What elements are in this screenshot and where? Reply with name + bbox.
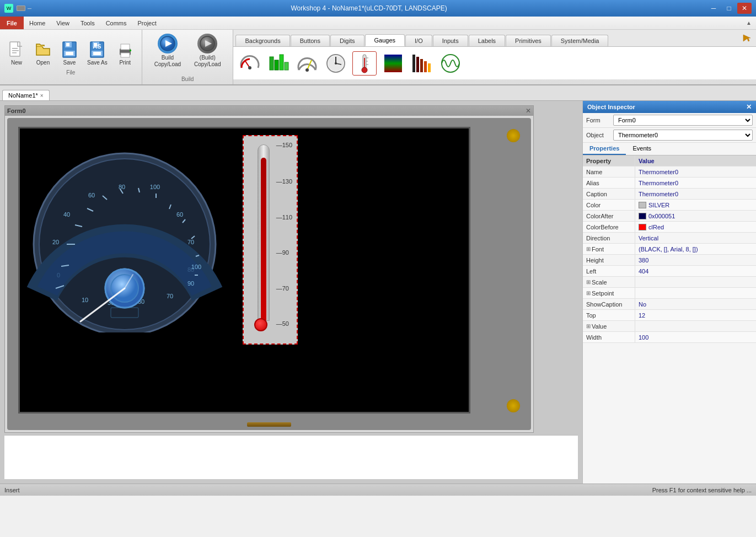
inspector-tab-events[interactable]: Events	[626, 143, 658, 155]
prop-value-height[interactable]: 380	[635, 255, 756, 265]
svg-rect-41	[412, 55, 415, 72]
prop-row-width: Width 100	[583, 332, 756, 343]
menu-comms[interactable]: Comms	[100, 17, 132, 29]
save-button[interactable]: Save	[57, 39, 82, 67]
ribbon-wave[interactable]	[438, 51, 463, 76]
inspector-object-row: Object Thermometer0	[583, 128, 756, 143]
svg-rect-43	[420, 59, 423, 72]
svg-rect-0	[10, 42, 20, 56]
prop-row-font: ⊞ Font (BLACK, [], Arial, 8, [])	[583, 244, 756, 255]
prop-value-name[interactable]: Thermometer0	[635, 167, 756, 177]
build2-button[interactable]: (Build)Copy/Load	[191, 32, 224, 69]
menu-project[interactable]: Project	[132, 17, 162, 29]
tab-io[interactable]: I/O	[405, 35, 432, 46]
setpoint-expand-icon[interactable]: ⊞	[586, 290, 591, 296]
tab-close-button[interactable]: ×	[40, 93, 44, 99]
prop-value-showcaption[interactable]: No	[635, 299, 756, 309]
close-button[interactable]: ✕	[737, 3, 752, 14]
inspector-title: Object Inspector	[587, 104, 635, 110]
prop-value-value[interactable]	[635, 321, 756, 331]
prop-value-caption[interactable]: Thermometer0	[635, 189, 756, 199]
prop-value-left[interactable]: 404	[635, 266, 756, 276]
ribbon-colorbar[interactable]	[381, 51, 405, 76]
ribbon-thermometer[interactable]	[352, 51, 377, 76]
inspector-close-btn[interactable]: ✕	[746, 103, 752, 111]
build-label: BuildCopy/Load	[154, 55, 181, 68]
prop-value-direction[interactable]: Vertical	[635, 233, 756, 243]
svg-rect-24	[275, 60, 278, 70]
build-button[interactable]: BuildCopy/Load	[151, 32, 184, 69]
tab-primitives[interactable]: Primitives	[506, 35, 551, 46]
form-close-btn[interactable]: ✕	[526, 107, 531, 115]
thermometer-widget[interactable]: —150 —130 —110 —90 —70 —50	[243, 135, 298, 345]
new-icon	[8, 41, 25, 58]
menu-tools[interactable]: Tools	[75, 17, 100, 29]
prop-row-top: Top 12	[583, 310, 756, 321]
tab-systemmedia[interactable]: System/Media	[551, 35, 609, 46]
font-expand-icon[interactable]: ⊞	[586, 246, 591, 252]
open-button[interactable]: Open	[31, 39, 55, 67]
svg-text:100: 100	[191, 264, 201, 270]
tab-labels[interactable]: Labels	[469, 35, 505, 46]
prop-value-width[interactable]: 100	[635, 332, 756, 342]
svg-rect-13	[93, 52, 101, 55]
tab-inputs[interactable]: Inputs	[433, 35, 468, 46]
scale-expand-icon[interactable]: ⊞	[586, 279, 591, 285]
screen-inner[interactable]: 0 20 40 60 80 100 60 70 80	[18, 127, 470, 414]
prop-value-font[interactable]: (BLACK, [], Arial, 8, [])	[635, 244, 756, 254]
menu-home[interactable]: Home	[24, 17, 51, 29]
prop-name-name: Name	[583, 167, 635, 177]
prop-value-color[interactable]: SILVER	[635, 200, 756, 210]
prop-value-scale[interactable]	[635, 277, 756, 287]
tab-buttons[interactable]: Buttons	[291, 35, 330, 46]
svg-rect-45	[428, 63, 431, 72]
svg-text:60: 60	[88, 192, 95, 198]
new-button[interactable]: New	[4, 39, 29, 67]
open-icon	[34, 41, 52, 58]
form-tab[interactable]: NoName1* ×	[2, 90, 50, 100]
prop-name-showcaption: ShowCaption	[583, 299, 635, 309]
tab-gauges[interactable]: Gauges	[365, 34, 405, 46]
print-button[interactable]: Print	[113, 39, 137, 67]
prop-row-colorbefore: ColorBefore clRed	[583, 222, 756, 233]
color-swatch-silver	[639, 202, 646, 208]
prop-name-colorbefore: ColorBefore	[583, 222, 635, 232]
prop-row-left: Left 404	[583, 266, 756, 277]
window-icon	[17, 6, 25, 11]
ribbon: Backgrounds Buttons Digits Gauges I/O In…	[233, 30, 756, 84]
menu-view[interactable]: View	[51, 17, 75, 29]
svg-point-28	[305, 68, 309, 72]
tab-backgrounds[interactable]: Backgrounds	[235, 35, 289, 46]
menu-expand[interactable]: ▲	[746, 20, 756, 26]
menu-file[interactable]: File	[0, 17, 24, 29]
svg-rect-42	[416, 57, 419, 72]
ribbon-barchart[interactable]	[266, 51, 291, 76]
window-title: Workshop 4 - NoName1*(uLCD-70DT, LANDSCA…	[31, 4, 706, 12]
saveas-button[interactable]: AS Save As	[84, 39, 111, 67]
ribbon-angular[interactable]	[295, 51, 319, 76]
inspector-object-select[interactable]: Thermometer0	[613, 130, 753, 141]
value-expand-icon[interactable]: ⊞	[586, 323, 591, 329]
prop-header-row: Property Value	[583, 155, 756, 167]
inspector-tab-properties[interactable]: Properties	[583, 143, 626, 155]
ribbon-speedometer[interactable]	[238, 51, 262, 76]
tab-digits[interactable]: Digits	[330, 35, 364, 46]
main-toolbar: New Open Save AS Save As	[0, 30, 756, 85]
prop-value-alias[interactable]: Thermometer0	[635, 178, 756, 188]
app-icon: W	[4, 4, 13, 13]
prop-value-colorafter[interactable]: 0x000051	[635, 211, 756, 221]
svg-text:40: 40	[63, 211, 70, 218]
prop-value-top[interactable]: 12	[635, 310, 756, 320]
minimize-button[interactable]: ─	[706, 3, 721, 14]
inspector-form-select[interactable]: Form0	[613, 115, 753, 126]
prop-value-setpoint[interactable]	[635, 288, 756, 298]
prop-value-colorbefore[interactable]: clRed	[635, 222, 756, 232]
prop-row-name: Name Thermometer0	[583, 167, 756, 178]
ribbon-bargraph[interactable]	[410, 51, 434, 76]
maximize-button[interactable]: □	[722, 3, 736, 14]
svg-text:80: 80	[119, 184, 125, 190]
svg-text:70: 70	[187, 239, 194, 245]
prop-name-left: Left	[583, 266, 635, 276]
ribbon-clock[interactable]	[324, 51, 348, 76]
tab-name: NoName1*	[8, 92, 38, 99]
